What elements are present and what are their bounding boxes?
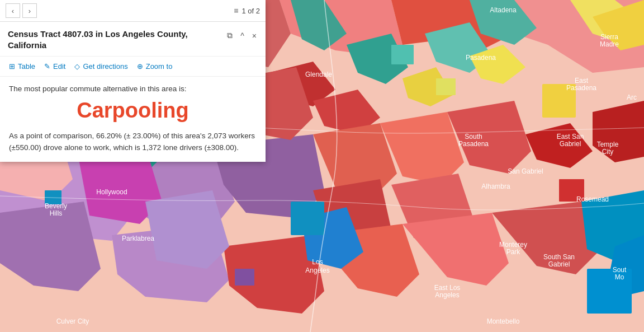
svg-text:Rosemead: Rosemead <box>576 195 609 203</box>
svg-text:Gabriel: Gabriel <box>560 140 581 148</box>
svg-text:Altadena: Altadena <box>490 6 517 14</box>
popup-topbar: ‹ › ≡ 1 of 2 <box>0 0 266 22</box>
directions-icon: ◇ <box>74 62 80 71</box>
zoom-label: Zoom to <box>146 62 173 71</box>
directions-label: Get directions <box>83 62 127 71</box>
svg-text:Alhambra: Alhambra <box>481 183 510 190</box>
svg-text:Sout: Sout <box>613 266 627 274</box>
svg-text:Hills: Hills <box>50 209 63 217</box>
title-actions: ⧉ ^ × <box>226 30 258 41</box>
intro-text: The most popular commute alternative in … <box>9 85 257 93</box>
svg-text:Culver City: Culver City <box>56 317 89 325</box>
nav-next-button[interactable]: › <box>22 3 37 18</box>
svg-text:Mo: Mo <box>615 273 624 281</box>
svg-text:Pasadena: Pasadena <box>466 54 496 62</box>
popup-title: Census Tract 4807.03 in Los Angeles Coun… <box>8 29 220 50</box>
edit-button[interactable]: ✎ Edit <box>41 60 71 73</box>
counter-area: ≡ 1 of 2 <box>234 6 260 15</box>
svg-text:East San: East San <box>557 133 584 141</box>
zoom-button[interactable]: ⊕ Zoom to <box>134 60 178 73</box>
svg-text:Angeles: Angeles <box>435 291 459 299</box>
svg-text:Arc: Arc <box>627 93 637 101</box>
svg-text:Pasadena: Pasadena <box>566 84 596 92</box>
svg-text:Beverly: Beverly <box>45 202 67 210</box>
svg-text:Montebello: Montebello <box>487 317 520 325</box>
svg-text:Gabriel: Gabriel <box>548 260 570 268</box>
svg-rect-44 <box>291 202 324 235</box>
edit-icon: ✎ <box>44 62 50 71</box>
svg-rect-53 <box>235 269 254 286</box>
svg-text:Monterey: Monterey <box>499 241 527 249</box>
table-label: Table <box>18 62 35 71</box>
edit-label: Edit <box>53 62 65 71</box>
zoom-icon: ⊕ <box>137 62 143 71</box>
svg-rect-50 <box>391 45 414 64</box>
nav-buttons: ‹ › <box>6 3 37 18</box>
collapse-button[interactable]: ^ <box>239 30 245 41</box>
svg-rect-48 <box>587 269 632 314</box>
copy-button[interactable]: ⧉ <box>226 30 234 41</box>
svg-rect-51 <box>436 78 456 95</box>
popup-panel: ‹ › ≡ 1 of 2 Census Tract 4807.03 in Los… <box>0 0 266 162</box>
svg-text:Park: Park <box>506 248 521 256</box>
svg-text:Glendale: Glendale <box>305 71 332 78</box>
svg-text:South San: South San <box>543 253 575 261</box>
svg-text:Madre: Madre <box>600 40 619 48</box>
detail-text: As a point of comparison, 66.20% (± 23.0… <box>9 130 257 154</box>
svg-text:Hollywood: Hollywood <box>96 188 127 196</box>
svg-text:Los: Los <box>312 258 323 266</box>
svg-text:Angeles: Angeles <box>305 266 329 274</box>
close-button[interactable]: × <box>251 30 258 41</box>
list-icon: ≡ <box>234 6 238 15</box>
svg-text:Sierra: Sierra <box>600 33 618 41</box>
table-button[interactable]: ⊞ Table <box>6 60 41 73</box>
svg-text:Pasadena: Pasadena <box>458 140 489 148</box>
nav-prev-button[interactable]: ‹ <box>6 3 20 18</box>
highlight-word: Carpooling <box>9 99 257 123</box>
table-icon: ⊞ <box>9 62 15 71</box>
svg-text:Temple: Temple <box>597 141 619 148</box>
svg-text:City: City <box>602 148 614 156</box>
popup-title-area: Census Tract 4807.03 in Los Angeles Coun… <box>0 22 266 57</box>
svg-text:East Los: East Los <box>434 284 461 292</box>
svg-text:San Gabriel: San Gabriel <box>508 167 543 175</box>
popup-content: The most popular commute alternative in … <box>0 77 266 162</box>
counter-text: 1 of 2 <box>242 7 260 15</box>
directions-button[interactable]: ◇ Get directions <box>71 60 133 73</box>
popup-toolbar: ⊞ Table ✎ Edit ◇ Get directions ⊕ Zoom t… <box>0 57 266 77</box>
svg-text:South: South <box>465 133 482 141</box>
svg-text:Parklabrea: Parklabrea <box>122 235 154 242</box>
svg-text:East: East <box>575 77 589 85</box>
